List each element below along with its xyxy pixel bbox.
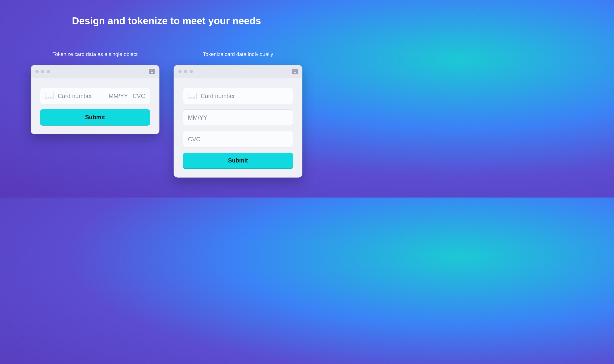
traffic-dot-minimize-icon [41,70,44,73]
traffic-dot-zoom-icon [47,70,50,73]
cvc-placeholder: CVC [133,93,145,100]
traffic-lights [178,70,193,73]
exp-placeholder: MM/YY [109,93,128,100]
submit-button[interactable]: Submit [40,109,150,125]
exp-placeholder: MM/YY [188,114,207,121]
expiry-input[interactable]: MM/YY [183,109,293,126]
cvc-input[interactable]: CVC [183,131,293,147]
section-label-left: Tokenize card data as a single object [31,51,159,57]
window-badge: 1 [292,69,298,74]
card-combined-input[interactable]: Card number MM/YY CVC [40,88,150,104]
traffic-dot-minimize-icon [184,70,187,73]
section-label-right: Tokenize card data individually [174,51,302,57]
window-chrome: 1 [31,65,159,78]
card-number-placeholder: Card number [58,93,105,100]
traffic-dot-zoom-icon [190,70,193,73]
section-individual: Tokenize card data individually 1 Card n… [174,51,302,178]
window-badge: 1 [149,69,155,74]
traffic-dot-close-icon [178,70,181,73]
window-chrome: 1 [174,65,302,78]
traffic-lights [35,70,50,73]
form-window-right: 1 Card number MM/YY CVC Submit [174,65,302,178]
page-title: Design and tokenize to meet your needs [0,15,333,26]
card-number-input[interactable]: Card number [183,88,293,104]
traffic-dot-close-icon [35,70,39,73]
cards-container: Tokenize card data as a single object 1 … [0,51,333,178]
section-single-object: Tokenize card data as a single object 1 … [31,51,159,134]
window-body: Card number MM/YY CVC Submit [174,78,302,178]
form-window-left: 1 Card number MM/YY CVC Submit [31,65,159,134]
exp-cvc-group: MM/YY CVC [109,93,145,100]
submit-button[interactable]: Submit [183,153,293,168]
card-number-placeholder: Card number [201,93,235,100]
credit-card-icon [45,93,54,99]
credit-card-icon [188,93,197,99]
window-body: Card number MM/YY CVC Submit [31,78,159,134]
cvc-placeholder: CVC [188,136,200,143]
